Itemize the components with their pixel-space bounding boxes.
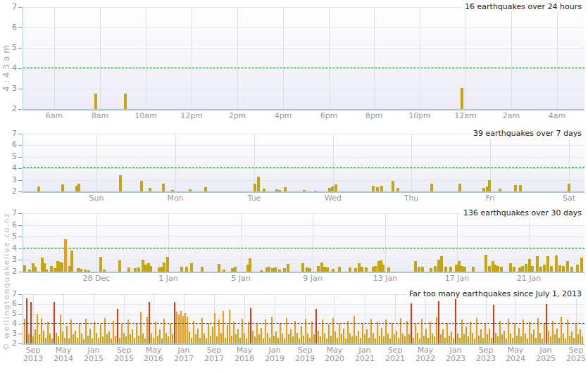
earthquake-bar	[458, 184, 461, 191]
x-axis-label: 21 Jan	[509, 274, 549, 283]
earthquake-bar	[417, 333, 419, 343]
earthquake-bar	[497, 336, 499, 343]
earthquake-bar	[372, 267, 375, 272]
earthquake-bar	[539, 267, 542, 272]
alert-line	[23, 248, 584, 248]
earthquake-dashboard: 4:43am © wellingtonquakelive.co.nz 76543…	[0, 0, 588, 373]
earthquake-bar	[499, 321, 501, 343]
earthquake-bar	[455, 299, 457, 343]
alert-line	[23, 68, 584, 68]
earthquake-bar	[246, 339, 248, 343]
earthquake-bar	[273, 336, 275, 343]
earthquake-bar	[343, 329, 345, 343]
x-axis-label: Sat	[549, 194, 588, 203]
h-gridline	[23, 168, 584, 169]
earthquake-bar	[250, 308, 252, 343]
earthquake-bar	[282, 334, 284, 343]
earthquake-bar	[373, 333, 375, 343]
earthquake-bar	[111, 339, 113, 343]
earthquake-bar	[51, 339, 54, 343]
earthquake-bar	[61, 184, 64, 191]
earthquake-bar	[140, 181, 143, 191]
v-gridline	[465, 7, 466, 109]
earthquake-bar	[514, 323, 516, 343]
earthquake-bar	[85, 319, 87, 343]
earthquake-bar	[189, 189, 192, 191]
earthquake-bar	[190, 263, 193, 272]
earthquake-bar	[377, 322, 379, 343]
earthquake-bar	[492, 261, 494, 272]
earthquake-bar	[283, 268, 286, 272]
x-axis-label: May2016	[134, 346, 173, 363]
earthquake-bar	[127, 320, 130, 343]
earthquake-bar	[487, 334, 489, 343]
earthquake-bar	[539, 333, 542, 343]
earthquake-bar	[275, 331, 277, 343]
h-gridline	[23, 324, 584, 324]
earthquake-bar	[189, 331, 191, 343]
v-gridline	[313, 213, 313, 272]
earthquake-bar	[337, 338, 339, 343]
earthquake-bar	[83, 339, 85, 343]
earthquake-bar	[514, 185, 517, 191]
earthquake-bar	[385, 320, 387, 343]
v-gridline	[146, 7, 146, 109]
earthquake-bar	[349, 267, 351, 272]
earthquake-bar	[157, 336, 159, 343]
earthquake-bar	[421, 267, 424, 272]
earthquake-bar	[37, 314, 39, 343]
x-axis-line	[23, 343, 584, 345]
earthquake-bar	[566, 261, 569, 272]
y-tick-mark	[18, 324, 22, 324]
earthquake-bar	[102, 336, 104, 343]
earthquake-bar	[204, 187, 207, 191]
earthquake-bar	[482, 188, 485, 191]
earthquake-bar	[68, 339, 70, 343]
y-tick-mark	[18, 191, 22, 192]
earthquake-bar	[94, 322, 96, 343]
earthquake-bar	[554, 334, 556, 343]
x-axis-label: May2018	[225, 346, 264, 363]
earthquake-bar	[423, 336, 425, 343]
earthquake-bar	[287, 264, 289, 272]
earthquake-bar	[254, 184, 256, 191]
x-axis-label: 4pm	[263, 112, 303, 120]
v-gridline	[557, 7, 558, 109]
earthquake-bar	[87, 270, 90, 272]
earthquake-bar	[292, 336, 294, 343]
earthquake-bar	[24, 319, 26, 343]
v-gridline	[420, 7, 420, 109]
earthquake-bar	[400, 318, 402, 343]
earthquake-bar	[60, 315, 62, 343]
y-tick-mark	[18, 134, 22, 134]
y-axis-label: 3	[1, 176, 17, 184]
earthquake-bar	[231, 336, 233, 343]
chart-panel-earthquakes-7-days: 765432SunMonTueWedThuFriSat39 earthquake…	[0, 0, 588, 373]
x-axis-label: 4am	[537, 112, 577, 120]
earthquake-bar	[501, 334, 503, 343]
earthquake-bar	[387, 334, 389, 343]
earthquake-bar	[550, 266, 553, 272]
earthquake-bar	[406, 321, 408, 343]
earthquake-bar	[134, 338, 136, 343]
current-time-label: 4:43am	[1, 28, 11, 106]
earthquake-bar	[75, 186, 78, 191]
earthquake-bar	[440, 256, 443, 272]
y-tick-mark	[18, 272, 22, 272]
x-axis-label: 2am	[492, 112, 531, 120]
x-axis-label: Mon	[156, 194, 195, 203]
h-gridline	[23, 134, 584, 134]
earthquake-bar	[512, 338, 514, 343]
y-tick-mark	[18, 109, 22, 110]
earthquake-bar	[563, 334, 565, 343]
earthquake-bar	[244, 334, 246, 343]
earthquake-bar	[257, 177, 260, 191]
earthquake-bar	[113, 321, 115, 343]
plot-area	[23, 134, 584, 191]
v-gridline	[425, 294, 426, 343]
earthquake-bar	[218, 320, 220, 343]
earthquake-bar	[484, 324, 487, 343]
earthquake-bar	[242, 319, 244, 343]
earthquake-bar	[546, 256, 549, 272]
earthquake-bar	[159, 329, 161, 343]
